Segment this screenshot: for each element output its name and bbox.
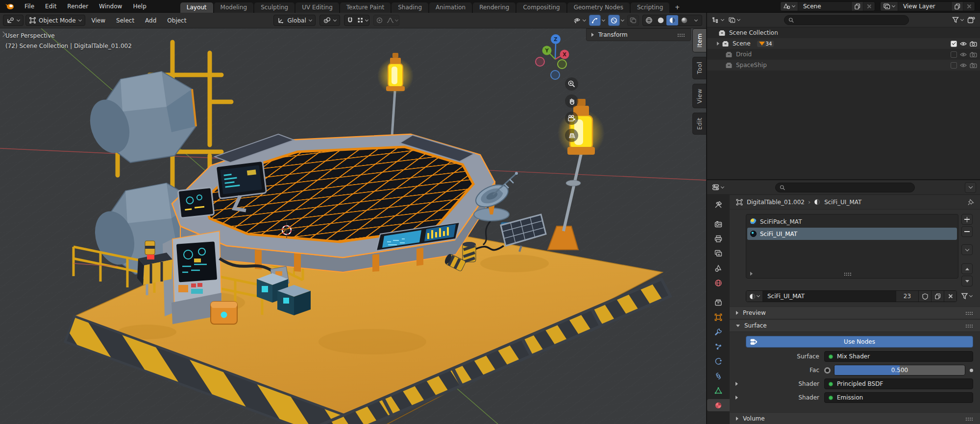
move-slot-up-button[interactable] xyxy=(961,263,973,274)
tab-view-layer[interactable] xyxy=(709,247,728,259)
drag-handle[interactable] xyxy=(965,417,974,421)
tab-render[interactable] xyxy=(709,218,728,230)
remove-view-layer-button[interactable] xyxy=(963,2,975,11)
snap-target-selector[interactable] xyxy=(356,15,369,25)
workspace-tab-texture-paint[interactable]: Texture Paint xyxy=(340,2,391,13)
proportional-falloff-selector[interactable] xyxy=(386,15,399,25)
outliner-filter-button[interactable] xyxy=(952,17,963,23)
gizmo-axis-neg-z[interactable] xyxy=(551,71,560,79)
expand-icon[interactable] xyxy=(717,42,719,46)
pivot-point-selector[interactable] xyxy=(319,15,340,26)
menu-edit[interactable]: Edit xyxy=(40,0,62,13)
add-workspace-button[interactable]: + xyxy=(670,2,684,13)
properties-search[interactable] xyxy=(775,183,915,192)
pan-button[interactable] xyxy=(565,94,578,108)
outliner-search-input[interactable] xyxy=(797,17,905,24)
slot-specials-button[interactable] xyxy=(961,244,973,255)
unlink-material-button[interactable] xyxy=(944,291,956,302)
pin-icon[interactable] xyxy=(968,199,974,206)
panel-surface[interactable]: Surface xyxy=(730,319,980,332)
workspace-tab-uv-editing[interactable]: UV Editing xyxy=(295,2,339,13)
viewport-canvas[interactable]: User Perspective (72) Scene Collection |… xyxy=(0,28,706,424)
gizmo-axis-y[interactable]: Y xyxy=(542,46,552,55)
view-layer-browse-button[interactable] xyxy=(881,2,898,11)
xray-toggle[interactable] xyxy=(627,15,639,26)
unlink-scene-button[interactable] xyxy=(863,2,875,11)
animate-property-dot[interactable] xyxy=(970,369,973,372)
drag-handle[interactable] xyxy=(965,324,974,328)
outliner-search[interactable] xyxy=(784,15,909,25)
exclude-checkbox[interactable] xyxy=(951,62,957,69)
drag-handle[interactable] xyxy=(965,311,974,315)
material-name-field[interactable]: SciFi_UI_MAT xyxy=(763,291,896,302)
fac-slider[interactable]: 0.500 xyxy=(834,365,965,376)
zoom-button[interactable] xyxy=(565,77,578,91)
outliner-editor-type-button[interactable] xyxy=(711,17,725,23)
use-nodes-button[interactable]: Use Nodes xyxy=(746,336,973,348)
menu-help[interactable]: Help xyxy=(127,0,151,13)
principled-bsdf-field[interactable]: Principled BSDF xyxy=(824,378,973,389)
crate-orange[interactable] xyxy=(211,302,237,324)
gizmo-axis-z[interactable]: Z xyxy=(551,34,561,44)
outliner-item-label[interactable]: Scene Collection xyxy=(728,29,778,36)
tab-modifiers[interactable] xyxy=(709,326,728,338)
hide-viewport-eye-icon[interactable] xyxy=(959,63,967,68)
gizmo-axis-x[interactable]: X xyxy=(560,50,569,59)
perspective-toggle-button[interactable] xyxy=(565,129,578,142)
tab-collection[interactable] xyxy=(709,296,728,308)
snap-toggle[interactable] xyxy=(344,15,356,25)
shading-rendered-button[interactable] xyxy=(678,15,690,25)
breadcrumb-material[interactable]: SciFi_UI_MAT xyxy=(824,199,861,206)
material-slot-row[interactable]: SciFiPack_MAT xyxy=(747,215,957,228)
outliner-item-label[interactable]: SpaceShip xyxy=(735,62,767,69)
material-slot-list[interactable]: SciFiPack_MAT SciFi_UI_MAT xyxy=(746,214,958,279)
tab-physics[interactable] xyxy=(709,355,728,367)
expand-icon[interactable] xyxy=(735,382,738,386)
tab-particles[interactable] xyxy=(709,340,728,353)
workspace-tab-modeling[interactable]: Modeling xyxy=(214,2,254,13)
hide-viewport-eye-icon[interactable] xyxy=(959,41,967,47)
expand-icon[interactable] xyxy=(735,396,738,400)
sidebar-tab-view[interactable]: View xyxy=(692,84,706,108)
shading-solid-button[interactable] xyxy=(655,15,666,25)
sidebar-tab-edit[interactable]: Edit xyxy=(692,113,706,135)
workspace-tab-rendering[interactable]: Rendering xyxy=(473,2,515,13)
properties-options-button[interactable] xyxy=(965,182,976,193)
workspace-tab-layout[interactable]: Layout xyxy=(180,2,213,13)
panel-preview[interactable]: Preview xyxy=(730,306,980,319)
object-visibility-group[interactable] xyxy=(573,17,586,24)
exclude-checkbox[interactable] xyxy=(951,51,957,58)
transform-panel-header[interactable]: Transform xyxy=(586,28,691,41)
outliner-row-scene[interactable]: Scene 34 xyxy=(707,38,980,49)
outliner-display-mode-button[interactable] xyxy=(728,17,741,23)
new-material-button[interactable] xyxy=(931,291,944,302)
show-overlays-toggle[interactable] xyxy=(608,15,620,26)
menu-render[interactable]: Render xyxy=(62,0,94,13)
scene-browse-button[interactable] xyxy=(781,2,798,11)
view-layer-name-field[interactable]: View Layer xyxy=(898,3,951,10)
viewport-menu-add[interactable]: Add xyxy=(141,14,161,27)
sidebar-tab-item[interactable]: Item xyxy=(692,28,706,52)
breadcrumb-object[interactable]: DigitalTable_01.002 xyxy=(747,199,805,206)
sidebar-tab-tool[interactable]: Tool xyxy=(692,57,706,79)
fake-user-button[interactable] xyxy=(918,291,931,302)
tab-object-data[interactable] xyxy=(709,384,728,397)
workspace-tab-compositing[interactable]: Compositing xyxy=(516,2,566,13)
camera-view-button[interactable] xyxy=(565,112,578,125)
tab-object[interactable] xyxy=(709,311,728,323)
disable-render-camera-icon[interactable] xyxy=(970,51,977,57)
emission-field[interactable]: Emission xyxy=(824,392,973,403)
material-users-count[interactable]: 23 xyxy=(896,291,918,302)
workspace-tab-sculpting[interactable]: Sculpting xyxy=(254,2,294,13)
properties-search-input[interactable] xyxy=(788,184,910,191)
shading-wireframe-button[interactable] xyxy=(643,15,655,25)
new-collection-button[interactable] xyxy=(966,17,976,24)
gizmo-axis-neg-y[interactable] xyxy=(558,60,566,69)
remove-slot-button[interactable] xyxy=(961,226,973,237)
tab-tool[interactable] xyxy=(709,198,728,211)
hide-viewport-eye-icon[interactable] xyxy=(959,52,967,57)
outliner-item-label[interactable]: Scene xyxy=(732,40,751,47)
blender-logo-icon[interactable] xyxy=(0,3,19,10)
new-scene-button[interactable] xyxy=(851,2,863,11)
tab-constraints[interactable] xyxy=(709,370,728,382)
